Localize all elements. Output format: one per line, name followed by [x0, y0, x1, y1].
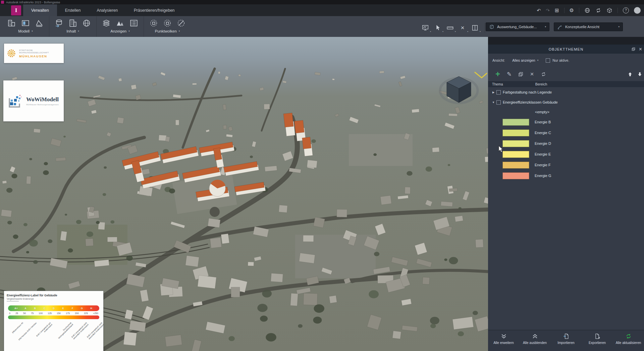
app-window: Autodesk InfraWorks 2023 - Bollengasse I… [0, 0, 644, 351]
model-buildings-icon[interactable] [6, 17, 17, 29]
legend-label: <empty> [535, 110, 549, 114]
tab-praesentieren[interactable]: Präsentieren/freigeben [126, 4, 182, 16]
help-icon[interactable]: ? [623, 7, 629, 13]
legend-swatch[interactable] [502, 162, 529, 169]
panel-top-filler [488, 37, 644, 45]
group-inhalt: Inhalt [49, 16, 96, 37]
legend-label: Energie D [535, 141, 551, 145]
model-surface-icon[interactable] [34, 17, 45, 29]
geo-globe-icon[interactable] [81, 17, 92, 29]
move-down-icon[interactable] [637, 71, 643, 77]
display-settings-icon[interactable] [421, 24, 429, 32]
measure-icon[interactable] [446, 24, 454, 32]
only-active-label: Nur aktive. [552, 58, 569, 62]
muehlhausen-wheel-icon [6, 48, 17, 59]
chevron-down-icon [618, 25, 620, 28]
legend-row[interactable]: Energie F [488, 160, 644, 170]
group-label-anzeigen[interactable]: Anzeigen [110, 29, 129, 33]
tab-erstellen[interactable]: Erstellen [57, 4, 89, 16]
duplicate-theme-icon[interactable] [515, 71, 526, 77]
view-mode-dropdown[interactable]: Konzeptuelle Ansicht [554, 22, 623, 31]
refresh-all-button[interactable]: Alle aktualisieren [613, 330, 644, 345]
group-label-modell[interactable]: Modell [18, 29, 33, 33]
theme-checkbox[interactable] [496, 100, 501, 105]
panel-toolbar [488, 67, 644, 81]
split-view-icon[interactable] [471, 24, 479, 32]
close-icon[interactable] [639, 46, 642, 52]
energy-label-subtitle: Vergleichswerte Endenergie [7, 298, 101, 300]
feature-theme-value: Auswertung_Gebäude... [497, 25, 542, 29]
legend-swatch[interactable] [502, 140, 529, 147]
chevron-down-icon [78, 30, 79, 33]
expand-all-icon [500, 333, 507, 340]
terrain-icon[interactable] [115, 17, 125, 29]
theme-label: Farbgestaltung nach Legende [503, 90, 552, 94]
point-cloud-icon[interactable] [162, 17, 173, 29]
legend-row[interactable]: Energie B [488, 117, 644, 127]
collapse-all-button[interactable]: Alle ausblenden [519, 330, 550, 345]
cut-tool-icon[interactable] [459, 24, 467, 32]
legend-row[interactable]: Energie D [488, 138, 644, 149]
logo-line: WOHNUNGSGESELLSCHAFT [19, 52, 49, 54]
group-punktwolken: Punktwolken [144, 16, 191, 37]
view-filter-value: Alles anzeigen [512, 58, 535, 62]
menu-bar: I Verwalten Erstellen Analysieren Präsen… [0, 4, 644, 16]
layers-icon[interactable] [101, 17, 112, 29]
logo-line: STÄDTISCHE [19, 49, 49, 52]
group-label-punktwolken[interactable]: Punktwolken [155, 29, 180, 33]
theme-row-energieeffizienz[interactable]: Energieeffizienzklassen Gebäude [488, 97, 644, 107]
web-globe-icon[interactable] [584, 7, 590, 13]
view-filter-row: Ansicht: Alles anzeigen Nur aktive. [488, 54, 644, 67]
legend-row-empty[interactable]: <empty> [488, 107, 644, 117]
group-modell: Modell [2, 16, 49, 37]
point-cloud-slice-icon[interactable] [176, 17, 186, 29]
export-button[interactable]: Exportieren [582, 330, 613, 345]
legend-row[interactable]: Energie C [488, 127, 644, 138]
expand-arrow-icon[interactable] [491, 91, 495, 94]
import-button[interactable]: Importieren [550, 330, 582, 345]
undock-panel-icon[interactable] [631, 47, 636, 51]
legend-label: Energie E [535, 152, 551, 156]
view-filter-dropdown[interactable]: Alles anzeigen [512, 58, 538, 62]
only-active-checkbox[interactable] [546, 58, 550, 63]
expand-all-button[interactable]: Alle erweitern [488, 330, 519, 345]
group-label-inhalt[interactable]: Inhalt [66, 29, 79, 33]
legend-row[interactable]: Energie G [488, 170, 644, 181]
tab-analysieren[interactable]: Analysieren [89, 4, 126, 16]
infraworks-logo[interactable]: I [11, 5, 21, 15]
sync-status-icon[interactable] [595, 7, 601, 13]
column-headers: Thema Bereich [488, 81, 644, 87]
refresh-theme-icon[interactable] [538, 71, 549, 77]
select-cursor-icon[interactable] [434, 24, 442, 32]
layout-grid-icon[interactable] [555, 8, 559, 13]
legend-swatch[interactable] [502, 119, 529, 126]
divider [618, 8, 618, 13]
theme-checkbox[interactable] [496, 90, 501, 95]
settings-gear-icon[interactable] [570, 8, 574, 13]
buildings-grid-icon[interactable] [67, 17, 78, 29]
feature-theme-dropdown[interactable]: Auswertung_Gebäude... [486, 22, 549, 31]
delete-theme-icon[interactable] [526, 70, 538, 78]
move-up-icon[interactable] [627, 71, 633, 77]
legend-swatch[interactable] [502, 129, 529, 136]
add-theme-icon[interactable] [492, 71, 503, 77]
window-title: Autodesk InfraWorks 2023 - Bollengasse [6, 1, 60, 4]
legend-swatch[interactable] [502, 172, 529, 179]
legend-row[interactable]: Energie E [488, 149, 644, 160]
edit-theme-icon[interactable] [503, 71, 515, 78]
point-cloud-box-icon[interactable] [148, 17, 159, 29]
collapse-arrow-icon[interactable] [491, 101, 495, 104]
redo-icon[interactable] [546, 8, 550, 13]
undo-icon[interactable] [537, 8, 541, 13]
model-properties-icon[interactable] [20, 17, 31, 29]
user-avatar[interactable] [634, 7, 641, 14]
legend-swatch[interactable] [502, 151, 529, 158]
energy-annotations: Effizienzhaus 40 KfW Neubau EnEV Neubau … [7, 321, 101, 349]
theme-row-farbgestaltung[interactable]: Farbgestaltung nach Legende [488, 87, 644, 97]
tab-verwalten[interactable]: Verwalten [23, 4, 57, 16]
view-label: Ansicht: [492, 58, 505, 62]
data-source-icon[interactable] [54, 17, 64, 29]
legend-list-icon[interactable] [128, 17, 139, 29]
model-cube-icon[interactable] [606, 7, 612, 13]
3d-viewport[interactable]: STÄDTISCHE WOHNUNGSGESELLSCHAFT MÜHLHAUS… [0, 37, 488, 351]
